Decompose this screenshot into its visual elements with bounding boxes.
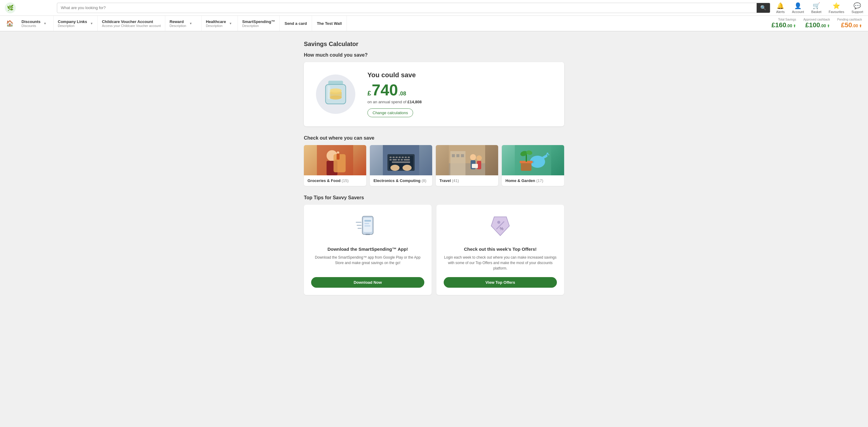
- nav-company-links[interactable]: Company Links Description ▼: [54, 16, 98, 31]
- svg-rect-35: [452, 154, 455, 157]
- category-garden-img: [502, 145, 564, 175]
- jar-illustration: [316, 75, 355, 114]
- nav-company-links-title: Company Links: [58, 19, 87, 24]
- svg-point-31: [403, 165, 412, 171]
- alerts-nav-item[interactable]: 🔔 Alerts: [776, 2, 785, 13]
- nav-test-wall-label: The Test Wall: [317, 21, 342, 26]
- download-now-button[interactable]: Download Now: [311, 277, 424, 288]
- decimal-number: .08: [399, 90, 406, 97]
- page-title: Savings Calculator: [304, 40, 564, 48]
- account-nav-item[interactable]: 👤 Account: [792, 2, 804, 13]
- total-savings-item: Total Savings £160.00⬆: [771, 18, 796, 29]
- tip-offers-icon: %: [488, 214, 513, 242]
- pending-cashback-item: Pending cashback £50.00⬆: [837, 18, 862, 29]
- nav-test-wall[interactable]: The Test Wall: [312, 16, 347, 31]
- view-top-offers-button[interactable]: View Top Offers: [444, 277, 557, 288]
- nav-discounts-title: Discounts: [22, 19, 40, 24]
- page-content: Savings Calculator How much could you sa…: [298, 31, 570, 313]
- tips-section: Top Tips for Savvy Savers: [304, 195, 564, 295]
- svg-point-6: [330, 88, 342, 92]
- main-nav: 🏠 Discounts Discounts ▼ Company Links De…: [0, 16, 868, 31]
- pending-cashback-amount: £50.00⬆: [841, 21, 862, 29]
- you-could-save-text: You could save: [367, 71, 552, 79]
- category-travel-img: [436, 145, 498, 175]
- category-electronics[interactable]: Electronics & Computing (8): [370, 145, 432, 186]
- nav-reward-desc: Description: [169, 24, 186, 28]
- svg-rect-52: [526, 154, 527, 162]
- svg-rect-63: [364, 225, 370, 227]
- tip-app-desc: Download the SmartSpending™ app from Goo…: [311, 255, 424, 271]
- category-home-garden[interactable]: Home & Garden (17): [502, 145, 564, 186]
- nav-discounts-chevron: ▼: [43, 22, 46, 25]
- nav-discounts[interactable]: Discounts Discounts ▼: [17, 16, 54, 31]
- nav-healthcare-title: Healthcare: [206, 19, 226, 24]
- category-groceries[interactable]: Groceries & Food (15): [304, 145, 366, 186]
- top-nav-actions: 🔔 Alerts 👤 Account 🛒 Basket ⭐ Favourites…: [776, 2, 863, 13]
- savings-summary: Total Savings £160.00⬆ Approved cashback…: [771, 16, 866, 31]
- svg-rect-24: [390, 159, 392, 161]
- svg-rect-19: [396, 156, 398, 158]
- approved-cashback-label: Approved cashback: [803, 18, 830, 21]
- svg-rect-28: [404, 159, 410, 161]
- nav-reward-title: Reward: [169, 19, 186, 24]
- svg-rect-62: [364, 223, 369, 224]
- nav-healthcare[interactable]: Healthcare Description ▼: [202, 16, 238, 31]
- svg-point-65: [497, 221, 500, 224]
- nav-smartspending-title: SmartSpending™: [242, 19, 275, 24]
- svg-point-40: [476, 155, 482, 161]
- basket-nav-item[interactable]: 🛒 Basket: [811, 2, 822, 13]
- favourites-label: Favourites: [829, 10, 844, 13]
- svg-rect-29: [392, 162, 410, 163]
- favourites-icon: ⭐: [833, 2, 840, 9]
- logo: 🌿: [5, 2, 53, 13]
- svg-rect-18: [393, 156, 395, 158]
- alerts-label: Alerts: [776, 10, 785, 13]
- svg-rect-61: [364, 220, 371, 222]
- nav-healthcare-chevron: ▼: [229, 22, 232, 25]
- svg-rect-26: [398, 159, 400, 161]
- categories-section: Check out where you can save Groceries: [304, 135, 564, 186]
- nav-childcare-desc: Access your Childcare Voucher account: [102, 24, 161, 28]
- support-icon: 💬: [854, 2, 861, 9]
- svg-rect-23: [408, 156, 410, 158]
- nav-send-card[interactable]: Send a card: [280, 16, 312, 31]
- approved-cashback-item: Approved cashback £100.00⬆: [803, 18, 830, 29]
- svg-rect-13: [337, 153, 340, 160]
- search-bar: 🔍: [57, 3, 770, 13]
- favourites-nav-item[interactable]: ⭐ Favourites: [829, 2, 844, 13]
- logo-icon: 🌿: [5, 2, 16, 13]
- nav-send-card-label: Send a card: [284, 21, 307, 26]
- total-savings-label: Total Savings: [778, 18, 796, 21]
- nav-smartspending[interactable]: SmartSpending™ Description: [238, 16, 280, 31]
- category-home-garden-label: Home & Garden (17): [502, 175, 564, 186]
- nav-reward-chevron: ▼: [189, 22, 192, 25]
- jar-svg: [322, 79, 349, 109]
- account-label: Account: [792, 10, 804, 13]
- nav-childcare[interactable]: Childcare Voucher Account Access your Ch…: [98, 16, 165, 31]
- tip-app-title: Download the SmartSpending™ App!: [328, 247, 408, 252]
- svg-text:%: %: [500, 226, 504, 231]
- search-input[interactable]: [57, 5, 756, 10]
- svg-rect-21: [402, 156, 404, 158]
- basket-label: Basket: [811, 10, 822, 13]
- category-electronics-img: [370, 145, 432, 175]
- approved-cashback-amount: £100.00⬆: [805, 21, 830, 29]
- support-nav-item[interactable]: 💬 Support: [851, 2, 863, 13]
- savings-text: You could save £ 740 .08 on an annual sp…: [367, 71, 552, 117]
- category-groceries-label: Groceries & Food (15): [304, 175, 366, 186]
- nav-smartspending-desc: Description: [242, 24, 275, 28]
- nav-reward[interactable]: Reward Description ▼: [165, 16, 202, 31]
- nav-healthcare-desc: Description: [206, 24, 226, 28]
- category-groceries-img: [304, 145, 366, 175]
- on-spend-text: on an annual spend of £14,808: [367, 99, 552, 104]
- how-much-title: How much could you save?: [304, 52, 564, 58]
- svg-point-48: [548, 154, 549, 155]
- category-travel[interactable]: Travel (41): [436, 145, 498, 186]
- search-button[interactable]: 🔍: [756, 3, 770, 13]
- tip-top-offers: % Check out this week's Top Offers! Logi…: [436, 205, 564, 295]
- home-button[interactable]: 🏠: [2, 16, 17, 31]
- change-calculations-button[interactable]: Change calculations: [367, 108, 413, 117]
- tip-app-icon: [355, 214, 380, 242]
- top-nav: 🌿 🔍 🔔 Alerts 👤 Account 🛒 Basket ⭐ Favour…: [0, 0, 868, 16]
- savings-big-amount: £ 740 .08: [367, 82, 552, 98]
